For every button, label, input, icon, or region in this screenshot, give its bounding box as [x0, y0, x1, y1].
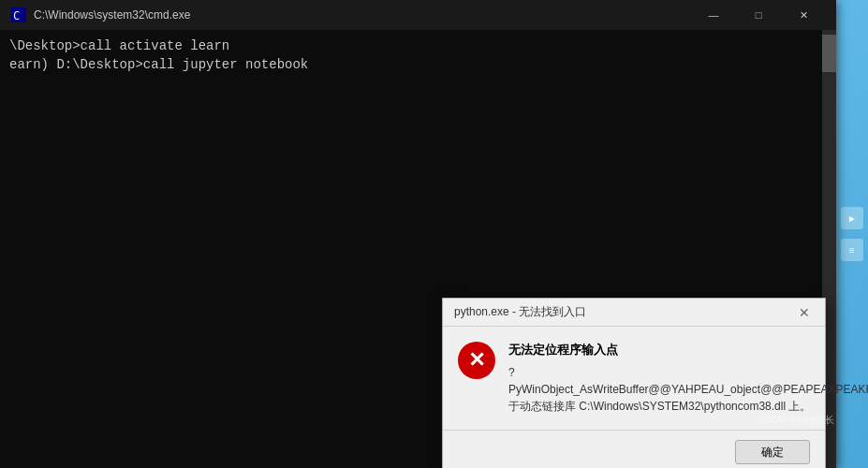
error-dialog: python.exe - 无法找到入口 ✕ ✕ 无法定位程序输入点 ?PyWin…	[442, 298, 826, 468]
dialog-message-text: ?PyWinObject_AsWriteBuffer@@YAHPEAU_obje…	[508, 364, 868, 415]
dialog-ok-button[interactable]: 确定	[735, 440, 810, 464]
watermark: CSDN ©Tony攻长	[759, 414, 834, 427]
dialog-footer: 确定	[443, 430, 825, 468]
error-circle-icon: ✕	[458, 342, 495, 379]
dialog-close-btn[interactable]: ✕	[791, 302, 817, 323]
dialog-title: python.exe - 无法找到入口	[454, 304, 586, 320]
dialog-overlay: python.exe - 无法找到入口 ✕ ✕ 无法定位程序输入点 ?PyWin…	[0, 0, 868, 468]
dialog-message-title: 无法定位程序输入点	[508, 342, 868, 358]
dialog-titlebar: python.exe - 无法找到入口 ✕	[443, 299, 825, 327]
error-icon: ✕	[458, 342, 495, 379]
dialog-message: 无法定位程序输入点 ?PyWinObject_AsWriteBuffer@@YA…	[508, 342, 868, 415]
